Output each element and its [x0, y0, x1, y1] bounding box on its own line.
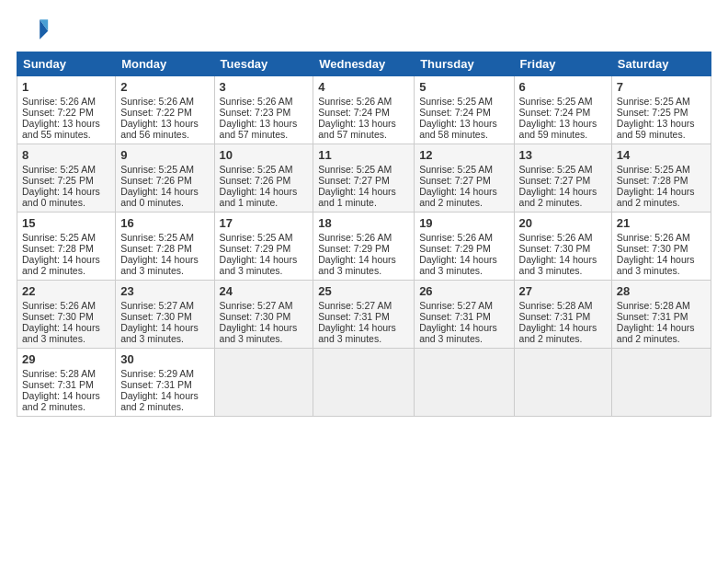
- sunset-text: Sunset: 7:28 PM: [120, 243, 192, 254]
- daylight-text: Daylight: 14 hours and 2 minutes.: [519, 322, 597, 344]
- calendar-week-row: 22Sunrise: 5:26 AMSunset: 7:30 PMDayligh…: [17, 281, 711, 349]
- day-number: 14: [617, 148, 706, 162]
- day-number: 30: [120, 352, 209, 366]
- day-number: 18: [318, 216, 409, 230]
- calendar-cell: 9Sunrise: 5:25 AMSunset: 7:26 PMDaylight…: [116, 144, 214, 213]
- calendar-cell: 26Sunrise: 5:27 AMSunset: 7:31 PMDayligh…: [415, 281, 514, 349]
- sunset-text: Sunset: 7:24 PM: [519, 107, 591, 118]
- daylight-text: Daylight: 14 hours and 3 minutes.: [22, 322, 100, 344]
- calendar-cell: [611, 349, 711, 417]
- sunset-text: Sunset: 7:28 PM: [617, 175, 688, 186]
- daylight-text: Daylight: 14 hours and 3 minutes.: [220, 254, 298, 276]
- day-number: 28: [617, 284, 706, 298]
- sunrise-text: Sunrise: 5:26 AM: [519, 232, 593, 243]
- sunset-text: Sunset: 7:31 PM: [419, 311, 491, 322]
- sunset-text: Sunset: 7:30 PM: [220, 311, 291, 322]
- calendar-table: SundayMondayTuesdayWednesdayThursdayFrid…: [17, 52, 711, 417]
- calendar-cell: 29Sunrise: 5:28 AMSunset: 7:31 PMDayligh…: [17, 349, 116, 417]
- sunrise-text: Sunrise: 5:25 AM: [120, 232, 194, 243]
- calendar-header-monday: Monday: [116, 52, 214, 76]
- daylight-text: Daylight: 14 hours and 3 minutes.: [617, 254, 695, 276]
- sunrise-text: Sunrise: 5:28 AM: [617, 300, 690, 311]
- daylight-text: Daylight: 14 hours and 3 minutes.: [419, 254, 497, 276]
- daylight-text: Daylight: 14 hours and 3 minutes.: [419, 322, 497, 344]
- calendar-cell: 13Sunrise: 5:25 AMSunset: 7:27 PMDayligh…: [514, 144, 611, 213]
- daylight-text: Daylight: 14 hours and 1 minute.: [220, 186, 298, 208]
- calendar-cell: [214, 349, 313, 417]
- calendar-cell: 4Sunrise: 5:26 AMSunset: 7:24 PMDaylight…: [313, 76, 415, 144]
- daylight-text: Daylight: 14 hours and 3 minutes.: [120, 254, 199, 276]
- calendar-cell: 28Sunrise: 5:28 AMSunset: 7:31 PMDayligh…: [611, 281, 711, 349]
- calendar-header-friday: Friday: [514, 52, 611, 76]
- sunrise-text: Sunrise: 5:25 AM: [419, 96, 493, 107]
- sunrise-text: Sunrise: 5:26 AM: [318, 232, 392, 243]
- sunrise-text: Sunrise: 5:29 AM: [120, 368, 194, 379]
- daylight-text: Daylight: 13 hours and 59 minutes.: [519, 118, 597, 140]
- sunrise-text: Sunrise: 5:25 AM: [617, 164, 690, 175]
- daylight-text: Daylight: 14 hours and 2 minutes.: [617, 322, 695, 344]
- sunrise-text: Sunrise: 5:25 AM: [120, 164, 194, 175]
- sunset-text: Sunset: 7:29 PM: [419, 243, 491, 254]
- sunset-text: Sunset: 7:30 PM: [120, 311, 192, 322]
- calendar-cell: 10Sunrise: 5:25 AMSunset: 7:26 PMDayligh…: [214, 144, 313, 213]
- sunrise-text: Sunrise: 5:27 AM: [419, 300, 493, 311]
- sunset-text: Sunset: 7:24 PM: [318, 107, 390, 118]
- calendar-cell: 19Sunrise: 5:26 AMSunset: 7:29 PMDayligh…: [415, 213, 514, 281]
- sunrise-text: Sunrise: 5:28 AM: [22, 368, 96, 379]
- calendar-cell: [313, 349, 415, 417]
- calendar-cell: 25Sunrise: 5:27 AMSunset: 7:31 PMDayligh…: [313, 281, 415, 349]
- sunset-text: Sunset: 7:31 PM: [318, 311, 390, 322]
- daylight-text: Daylight: 14 hours and 2 minutes.: [22, 254, 100, 276]
- day-number: 2: [120, 80, 209, 94]
- page: SundayMondayTuesdayWednesdayThursdayFrid…: [0, 0, 728, 563]
- header: [17, 9, 711, 46]
- day-number: 13: [519, 148, 607, 162]
- day-number: 11: [318, 148, 409, 162]
- calendar-header-thursday: Thursday: [415, 52, 514, 76]
- calendar-cell: 6Sunrise: 5:25 AMSunset: 7:24 PMDaylight…: [514, 76, 611, 144]
- sunrise-text: Sunrise: 5:25 AM: [220, 164, 293, 175]
- sunrise-text: Sunrise: 5:25 AM: [220, 232, 293, 243]
- daylight-text: Daylight: 14 hours and 2 minutes.: [22, 390, 100, 412]
- sunset-text: Sunset: 7:22 PM: [120, 107, 192, 118]
- sunset-text: Sunset: 7:29 PM: [220, 243, 291, 254]
- sunrise-text: Sunrise: 5:27 AM: [318, 300, 392, 311]
- sunrise-text: Sunrise: 5:26 AM: [22, 96, 96, 107]
- sunrise-text: Sunrise: 5:25 AM: [617, 96, 690, 107]
- calendar-cell: 3Sunrise: 5:26 AMSunset: 7:23 PMDaylight…: [214, 76, 313, 144]
- sunset-text: Sunset: 7:29 PM: [318, 243, 390, 254]
- sunrise-text: Sunrise: 5:26 AM: [617, 232, 690, 243]
- daylight-text: Daylight: 14 hours and 3 minutes.: [220, 322, 298, 344]
- calendar-cell: 22Sunrise: 5:26 AMSunset: 7:30 PMDayligh…: [17, 281, 116, 349]
- calendar-cell: 24Sunrise: 5:27 AMSunset: 7:30 PMDayligh…: [214, 281, 313, 349]
- day-number: 22: [22, 284, 110, 298]
- calendar-cell: 30Sunrise: 5:29 AMSunset: 7:31 PMDayligh…: [116, 349, 214, 417]
- calendar-cell: 2Sunrise: 5:26 AMSunset: 7:22 PMDaylight…: [116, 76, 214, 144]
- calendar-cell: 21Sunrise: 5:26 AMSunset: 7:30 PMDayligh…: [611, 213, 711, 281]
- sunrise-text: Sunrise: 5:25 AM: [22, 232, 96, 243]
- sunset-text: Sunset: 7:27 PM: [519, 175, 591, 186]
- logo: [17, 13, 51, 46]
- sunset-text: Sunset: 7:25 PM: [617, 107, 688, 118]
- sunrise-text: Sunrise: 5:27 AM: [220, 300, 293, 311]
- day-number: 5: [419, 80, 508, 94]
- sunrise-text: Sunrise: 5:25 AM: [419, 164, 493, 175]
- calendar-header-saturday: Saturday: [611, 52, 711, 76]
- sunrise-text: Sunrise: 5:26 AM: [419, 232, 493, 243]
- calendar-week-row: 8Sunrise: 5:25 AMSunset: 7:25 PMDaylight…: [17, 144, 711, 213]
- day-number: 6: [519, 80, 607, 94]
- calendar-cell: 7Sunrise: 5:25 AMSunset: 7:25 PMDaylight…: [611, 76, 711, 144]
- day-number: 24: [220, 284, 309, 298]
- calendar-cell: 1Sunrise: 5:26 AMSunset: 7:22 PMDaylight…: [17, 76, 116, 144]
- day-number: 7: [617, 80, 706, 94]
- day-number: 17: [220, 216, 309, 230]
- daylight-text: Daylight: 14 hours and 3 minutes.: [120, 322, 199, 344]
- daylight-text: Daylight: 14 hours and 2 minutes.: [519, 186, 597, 208]
- calendar-week-row: 1Sunrise: 5:26 AMSunset: 7:22 PMDaylight…: [17, 76, 711, 144]
- sunset-text: Sunset: 7:28 PM: [22, 243, 94, 254]
- sunrise-text: Sunrise: 5:25 AM: [519, 96, 593, 107]
- daylight-text: Daylight: 13 hours and 55 minutes.: [22, 118, 100, 140]
- day-number: 12: [419, 148, 508, 162]
- daylight-text: Daylight: 13 hours and 57 minutes.: [318, 118, 396, 140]
- sunset-text: Sunset: 7:23 PM: [220, 107, 291, 118]
